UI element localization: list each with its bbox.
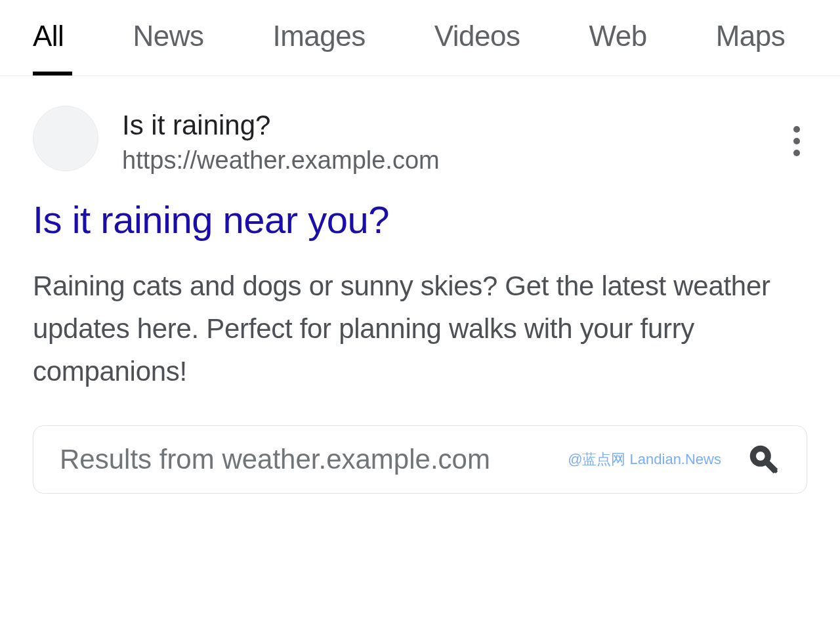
site-url: https://weather.example.com	[122, 146, 763, 175]
search-tabs: All News Images Videos Web Maps	[0, 0, 840, 76]
sitelinks-search-box[interactable]: @蓝点网 Landian.News	[33, 425, 807, 494]
tab-web[interactable]: Web	[589, 20, 646, 75]
sitelinks-search-input[interactable]	[60, 444, 747, 475]
search-icon	[747, 443, 780, 476]
site-name: Is it raining?	[122, 110, 763, 141]
tab-news[interactable]: News	[133, 20, 203, 75]
svg-point-1	[793, 138, 800, 144]
tab-all[interactable]: All	[33, 20, 64, 75]
more-vert-icon	[793, 125, 801, 157]
svg-point-2	[793, 150, 800, 156]
sitelinks-search-button[interactable]	[747, 443, 780, 476]
svg-point-0	[793, 126, 800, 133]
tab-videos[interactable]: Videos	[434, 20, 520, 75]
search-result: Is it raining? https://weather.example.c…	[0, 76, 840, 494]
site-favicon-placeholder	[33, 106, 98, 171]
tab-images[interactable]: Images	[272, 20, 365, 75]
result-title-link[interactable]: Is it raining near you?	[33, 198, 807, 242]
result-snippet: Raining cats and dogs or sunny skies? Ge…	[33, 265, 807, 393]
more-options-button[interactable]	[786, 119, 807, 166]
result-header: Is it raining? https://weather.example.c…	[33, 106, 807, 175]
site-info: Is it raining? https://weather.example.c…	[122, 106, 763, 175]
tab-maps[interactable]: Maps	[716, 20, 786, 75]
